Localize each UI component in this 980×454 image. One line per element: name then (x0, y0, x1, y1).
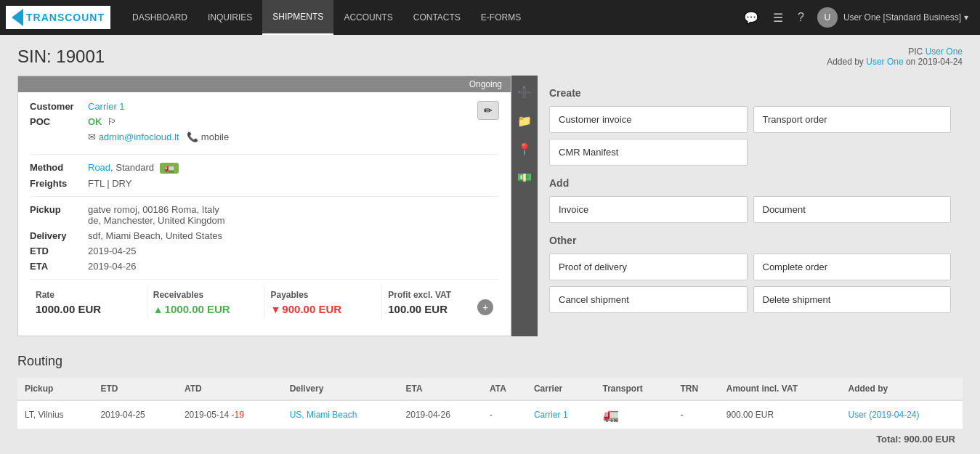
col-added-by: Added by (841, 378, 963, 400)
shipment-card: Ongoing Customer Carrier 1 POC (17, 76, 511, 336)
nav-dashboard[interactable]: DASHBOARD (122, 0, 198, 35)
col-transport: Transport (596, 378, 673, 400)
rate-block: Rate 1000.00 EUR (30, 287, 147, 318)
method-standard-text: Standard (116, 162, 154, 173)
row-added-by: User (2019-04-24) (841, 400, 963, 429)
delivery-link[interactable]: US, Miami Beach (290, 410, 357, 420)
nav-inquiries[interactable]: INQUIRIES (198, 0, 262, 35)
logo-text: TRANSCOUNT (26, 12, 105, 23)
row-transport: 🚛 (596, 400, 673, 429)
nav-contacts[interactable]: CONTACTS (403, 0, 471, 35)
added-by-link[interactable]: User (2019-04-24) (848, 410, 919, 420)
cmr-manifest-button[interactable]: CMR Manifest (549, 139, 748, 166)
phone-icon: 📞 (187, 131, 201, 142)
total-row: Total: 900.00 EUR (17, 429, 963, 449)
customer-label: Customer (30, 101, 88, 112)
add-icon-button[interactable]: ➕ (513, 81, 536, 104)
nav-eforms[interactable]: E-FORMS (471, 0, 531, 35)
complete-order-button[interactable]: Complete order (753, 254, 952, 280)
list-icon-button[interactable]: ☰ (766, 0, 790, 35)
method-road-link[interactable]: Road (88, 162, 110, 173)
payables-label: Payables (271, 290, 376, 300)
etd-row: ETD 2019-04-25 (30, 246, 499, 256)
row-etd: 2019-04-25 (93, 400, 177, 429)
added-date: on 2019-04-24 (906, 57, 963, 67)
delivery-row: Delivery sdf, Miami Beach, United States (30, 230, 499, 241)
rate-label: Rate (36, 290, 141, 300)
receivables-block: Receivables ▲1000.00 EUR (147, 287, 264, 318)
invoice-button[interactable]: Invoice (549, 196, 748, 223)
status-badge: Ongoing (469, 79, 502, 89)
page-content: SIN: 19001 PIC User One Added by User On… (0, 35, 980, 454)
pic-user-link[interactable]: User One (926, 46, 963, 57)
row-carrier: Carrier 1 (527, 400, 596, 429)
col-atd: ATD (177, 378, 283, 400)
atd-diff: -19 (232, 410, 244, 420)
row-atd: 2019-05-14 -19 (177, 400, 283, 429)
money-icon-button[interactable]: 💵 (513, 166, 536, 189)
etd-label: ETD (30, 246, 88, 256)
row-pickup: LT, Vilnius (17, 400, 93, 429)
document-button[interactable]: Document (753, 196, 952, 223)
eta-row: ETA 2019-04-26 (30, 261, 499, 272)
delivery-label: Delivery (30, 230, 88, 241)
poc-ok: OK (88, 116, 102, 127)
routing-title: Routing (17, 354, 963, 369)
total-value: 900.00 EUR (904, 434, 955, 445)
truck-icon: 🚛 (603, 407, 619, 423)
pickup-line1: gatve romoj, 00186 Roma, Italy (88, 204, 225, 215)
freights-label: Freights (30, 178, 88, 189)
top-navigation: TRANSCOUNT DASHBOARD INQUIRIES SHIPMENTS… (0, 0, 980, 35)
email-icon: ✉ (88, 131, 99, 142)
chevron-down-icon: ▾ (964, 12, 968, 23)
folder-icon-button[interactable]: 📁 (513, 110, 536, 132)
proof-of-delivery-button[interactable]: Proof of delivery (549, 254, 748, 280)
card-body: Customer Carrier 1 POC OK 🏳 (18, 92, 511, 327)
customer-invoice-button[interactable]: Customer invoice (549, 106, 748, 133)
financials-section: Rate 1000.00 EUR Receivables ▲1000.00 EU… (30, 279, 499, 318)
poc-value: OK 🏳 (88, 116, 117, 127)
contact-spacer (30, 131, 88, 142)
edit-button[interactable]: ✏ (477, 101, 499, 120)
added-by-link[interactable]: User One (866, 57, 903, 67)
col-ata: ATA (482, 378, 527, 400)
arrow-down-icon: ▼ (271, 304, 281, 315)
method-value: Road, Standard 🚛 (88, 162, 179, 174)
profit-value: 100.00 EUR (388, 303, 451, 315)
add-financial-button[interactable]: + (477, 299, 493, 315)
row-delivery: US, Miami Beach (283, 400, 399, 429)
logo[interactable]: TRANSCOUNT (6, 6, 110, 29)
other-section-title: Other (549, 235, 951, 246)
add-section-title: Add (549, 177, 951, 189)
page-header: SIN: 19001 PIC User One Added by User On… (17, 46, 963, 67)
delete-shipment-button[interactable]: Delete shipment (753, 286, 952, 313)
mobile-text: mobile (201, 131, 229, 142)
nav-shipments[interactable]: SHIPMENTS (262, 0, 333, 35)
receivables-value: ▲1000.00 EUR (153, 303, 259, 315)
chat-icon-button[interactable]: 💬 (737, 0, 766, 35)
transport-order-button[interactable]: Transport order (753, 106, 952, 133)
col-eta: ETA (399, 378, 482, 400)
user-menu[interactable]: U User One [Standard Business] ▾ (811, 0, 974, 35)
main-grid: Ongoing Customer Carrier 1 POC (17, 76, 963, 336)
row-trn: - (673, 400, 718, 429)
location-icon-button[interactable]: 📍 (513, 138, 536, 161)
poc-label: POC (30, 116, 88, 127)
help-icon-button[interactable]: ? (790, 0, 811, 35)
nav-accounts[interactable]: ACCOUNTS (333, 0, 402, 35)
card-status-header: Ongoing (18, 76, 511, 92)
pickup-label: Pickup (30, 204, 88, 226)
side-icons-panel: ➕ 📁 📍 💵 (511, 76, 538, 336)
email-link[interactable]: admin@infocloud.lt (99, 131, 179, 142)
eta-value: 2019-04-26 (88, 261, 137, 272)
cancel-shipment-button[interactable]: Cancel shipment (549, 286, 748, 313)
carrier-link[interactable]: Carrier 1 (534, 410, 568, 420)
profit-label: Profit excl. VAT (388, 290, 451, 300)
payables-block: Payables ▼900.00 EUR (264, 287, 382, 318)
method-label: Method (30, 162, 88, 174)
freights-row: Freights FTL | DRY (30, 178, 499, 189)
customer-link[interactable]: Carrier 1 (88, 101, 125, 112)
profit-block: Profit excl. VAT 100.00 EUR + (381, 287, 499, 318)
customer-value: Carrier 1 (88, 101, 125, 112)
customer-row: Customer Carrier 1 (30, 101, 477, 112)
